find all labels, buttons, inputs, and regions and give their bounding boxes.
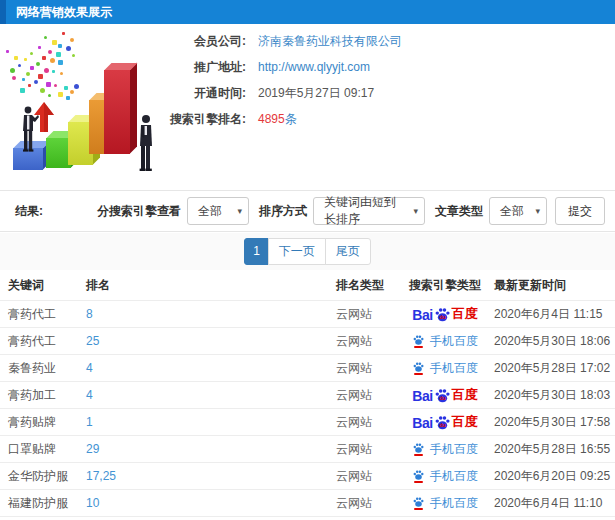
updated-cell: 2020年5月30日 18:06 bbox=[492, 333, 615, 350]
page-1-button[interactable]: 1 bbox=[244, 238, 269, 265]
updated-cell: 2020年5月28日 16:55 bbox=[492, 441, 615, 458]
rank-link[interactable]: 25 bbox=[86, 334, 99, 348]
rank-link[interactable]: 1 bbox=[86, 415, 93, 429]
table-row: 膏药代工 8 云网站 Bai du 百度 bbox=[0, 300, 615, 327]
baidu-logo: Bai du 百度 bbox=[412, 305, 477, 323]
mobile-baidu-paw-icon bbox=[412, 334, 425, 348]
keyword-cell: 秦鲁药业 bbox=[0, 360, 86, 377]
mobile-baidu-logo: 手机百度 bbox=[412, 333, 478, 350]
engine-filter-label: 分搜索引擎查看 bbox=[97, 203, 181, 220]
promo-url-label: 推广地址: bbox=[168, 59, 246, 76]
filter-controls: 分搜索引擎查看 全部 ▾ 排序方式 关键词由短到长排序 ▾ 文章类型 全部 ▾ … bbox=[87, 197, 605, 225]
table-row: 膏药加工 4 云网站 Bai du 百度 bbox=[0, 381, 615, 408]
mobile-baidu-logo: 手机百度 bbox=[412, 441, 478, 458]
chevron-down-icon: ▾ bbox=[535, 206, 540, 216]
rank-type-cell: 云网站 bbox=[336, 387, 398, 404]
rank-type-cell: 云网站 bbox=[336, 306, 398, 323]
mobile-baidu-paw-icon bbox=[412, 496, 425, 510]
table-body: 膏药代工 8 云网站 Bai du 百度 bbox=[0, 300, 615, 520]
hero-section: 会员公司: 济南秦鲁药业科技有限公司 推广地址: http://www.qlyy… bbox=[0, 24, 615, 190]
keyword-cell: 膏药贴牌 bbox=[0, 414, 86, 431]
mobile-baidu-logo: 手机百度 bbox=[412, 360, 478, 377]
rank-type-cell: 云网站 bbox=[336, 495, 398, 512]
engine-cell: Bai du 百度 bbox=[398, 333, 492, 350]
baidu-logo-cn-text: 百度 bbox=[452, 386, 478, 404]
next-page-button[interactable]: 下一页 bbox=[268, 238, 326, 265]
baidu-paw-icon: du bbox=[434, 306, 451, 323]
rank-type-cell: 云网站 bbox=[336, 441, 398, 458]
chevron-down-icon: ▾ bbox=[413, 206, 418, 216]
keyword-cell: 膏药加工 bbox=[0, 387, 86, 404]
chart-bar-red bbox=[104, 70, 130, 154]
mobile-baidu-logo: 手机百度 bbox=[412, 495, 478, 512]
updated-cell: 2020年5月28日 17:02 bbox=[492, 360, 615, 377]
rank-link[interactable]: 10 bbox=[86, 496, 99, 510]
engine-cell: Bai du 百度 bbox=[398, 360, 492, 377]
table-row: Bai du 百度 bbox=[0, 516, 615, 520]
rank-table: 关键词 排名 排名类型 搜索引擎类型 最新更新时间 膏药代工 8 云网站 Bai bbox=[0, 270, 615, 520]
engine-select[interactable]: 全部 ▾ bbox=[187, 197, 249, 225]
last-page-button[interactable]: 尾页 bbox=[325, 238, 371, 265]
rank-link[interactable]: 29 bbox=[86, 442, 99, 456]
mobile-baidu-text: 手机百度 bbox=[430, 360, 478, 377]
baidu-logo-cn-text: 百度 bbox=[452, 305, 478, 323]
pagination-band: 1 下一页 尾页 bbox=[0, 233, 615, 270]
sort-select[interactable]: 关键词由短到长排序 ▾ bbox=[313, 197, 425, 225]
engine-cell: Bai du 百度 bbox=[398, 441, 492, 458]
svg-text:du: du bbox=[439, 395, 445, 401]
rank-link[interactable]: 4 bbox=[86, 361, 93, 375]
engine-cell: Bai du 百度 bbox=[398, 413, 492, 431]
rank-type-cell: 云网站 bbox=[336, 333, 398, 350]
rank-count-value: 4895条 bbox=[258, 111, 297, 128]
keyword-cell: 口罩贴牌 bbox=[0, 441, 86, 458]
mobile-baidu-paw-icon bbox=[412, 361, 425, 375]
baidu-logo-cn-text: 百度 bbox=[452, 413, 478, 431]
submit-button[interactable]: 提交 bbox=[555, 197, 605, 225]
page-title: 网络营销效果展示 bbox=[16, 5, 112, 19]
table-row: 膏药代工 25 云网站 Bai du 百度 bbox=[0, 327, 615, 354]
article-type-select-value: 全部 bbox=[500, 203, 524, 220]
table-row: 膏药贴牌 1 云网站 Bai du 百度 bbox=[0, 408, 615, 435]
rank-link[interactable]: 17,25 bbox=[86, 469, 116, 483]
article-type-label: 文章类型 bbox=[435, 203, 483, 220]
open-time-value: 2019年5月27日 09:17 bbox=[258, 85, 374, 102]
mobile-baidu-text: 手机百度 bbox=[430, 495, 478, 512]
updated-cell: 2020年5月30日 17:58 bbox=[492, 414, 615, 431]
page: 网络营销效果展示 bbox=[0, 0, 615, 520]
rank-link[interactable]: 8 bbox=[86, 307, 93, 321]
mobile-baidu-paw-icon bbox=[412, 442, 425, 456]
baidu-logo: Bai du 百度 bbox=[412, 386, 477, 404]
rank-type-cell: 云网站 bbox=[336, 468, 398, 485]
info-row-url: 推广地址: http://www.qlyyjt.com bbox=[168, 54, 588, 80]
info-row-rank-count: 搜索引擎排名: 4895条 bbox=[168, 106, 588, 132]
baidu-logo-bai-text: Bai bbox=[412, 388, 432, 404]
table-row: 金华防护服 17,25 云网站 Bai du 百度 bbox=[0, 462, 615, 489]
baidu-logo: Bai du 百度 bbox=[412, 413, 477, 431]
filter-bar: 结果: 分搜索引擎查看 全部 ▾ 排序方式 关键词由短到长排序 ▾ 文章类型 全… bbox=[0, 190, 615, 232]
company-link[interactable]: 济南秦鲁药业科技有限公司 bbox=[258, 33, 402, 50]
mobile-baidu-logo: 手机百度 bbox=[412, 468, 478, 485]
info-row-open-time: 开通时间: 2019年5月27日 09:17 bbox=[168, 80, 588, 106]
article-type-select[interactable]: 全部 ▾ bbox=[489, 197, 547, 225]
engine-select-value: 全部 bbox=[198, 203, 222, 220]
businessman-pointing-figure bbox=[18, 106, 40, 152]
rank-type-cell: 云网站 bbox=[336, 360, 398, 377]
keyword-cell: 膏药代工 bbox=[0, 333, 86, 350]
bar-chart-illustration bbox=[0, 30, 180, 188]
col-rank-type: 排名类型 bbox=[336, 277, 398, 294]
rank-count-suffix: 条 bbox=[285, 112, 297, 126]
result-label: 结果: bbox=[15, 203, 43, 220]
promo-url-link[interactable]: http://www.qlyyjt.com bbox=[258, 60, 370, 74]
rank-link[interactable]: 4 bbox=[86, 388, 93, 402]
updated-cell: 2020年6月20日 09:25 bbox=[492, 468, 615, 485]
company-label: 会员公司: bbox=[168, 33, 246, 50]
info-row-company: 会员公司: 济南秦鲁药业科技有限公司 bbox=[168, 28, 588, 54]
keyword-cell: 金华防护服 bbox=[0, 468, 86, 485]
mobile-baidu-text: 手机百度 bbox=[430, 441, 478, 458]
mobile-baidu-paw-icon bbox=[412, 469, 425, 483]
rank-count-number: 4895 bbox=[258, 112, 285, 126]
col-keyword: 关键词 bbox=[0, 277, 86, 294]
sort-select-value: 关键词由短到长排序 bbox=[324, 194, 407, 228]
table-row: 福建防护服 10 云网站 Bai du 百度 bbox=[0, 489, 615, 516]
svg-text:du: du bbox=[439, 314, 445, 320]
